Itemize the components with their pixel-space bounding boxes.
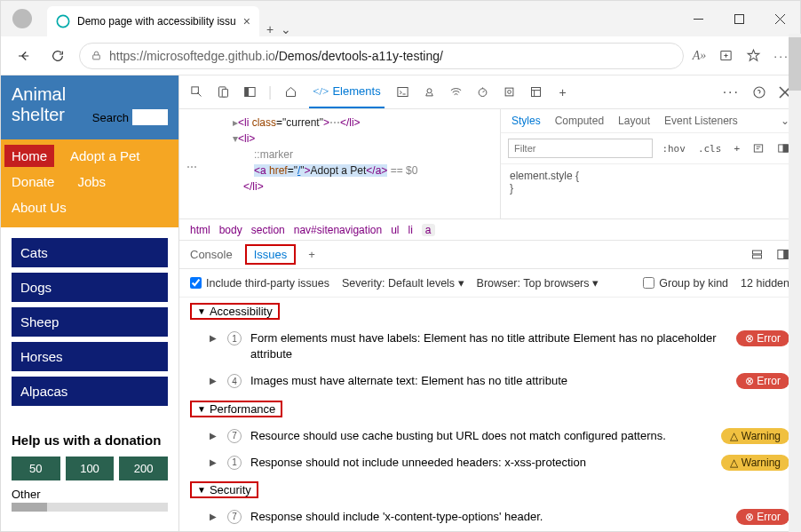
inspect-icon[interactable] [188,84,204,100]
browser-tab[interactable]: Demo page with accessibility issu × [47,6,259,36]
issue-category-header[interactable]: ▼ Security [179,476,800,504]
nav-link[interactable]: Home [4,145,54,167]
maximize-button[interactable] [718,1,759,36]
animal-link[interactable]: Dogs [12,273,168,302]
styles-more-icon[interactable] [749,140,768,156]
issues-toolbar: Include third-party issues Severity: Def… [179,269,800,298]
devtools-more-icon[interactable]: ··· [723,84,740,100]
breadcrumb-item[interactable]: html [190,224,210,236]
drawer-tabs: Console Issues + [179,241,800,269]
edge-favicon-icon [56,14,70,28]
hov-toggle[interactable]: :hov [658,141,689,156]
devtools-vertical-scrollbar[interactable] [789,34,801,532]
tab-add-icon[interactable]: + [555,84,571,100]
tab-strip: Demo page with accessibility issu × + ⌄ [44,1,678,36]
drawer-add-tab-icon[interactable]: + [308,248,315,261]
drawer-dock-icon[interactable] [776,248,789,261]
favorite-icon[interactable] [746,48,761,63]
dock-icon[interactable] [242,84,258,100]
url-path: /Demos/devtools-a11y-testing/ [275,49,443,63]
issue-row[interactable]: ▶7Resource should use cache busting but … [179,423,800,449]
issue-row[interactable]: ▶7Response should include 'x-content-typ… [179,504,800,530]
breadcrumb-item[interactable]: ul [391,224,399,236]
close-window-button[interactable] [759,1,800,36]
tab-actions-button[interactable]: ⌄ [281,22,291,36]
donation-amount-button[interactable]: 200 [119,457,168,480]
include-third-party-checkbox[interactable]: Include third-party issues [190,277,329,290]
styles-subtab[interactable]: Layout [618,115,650,127]
svg-rect-2 [734,14,743,23]
svg-rect-5 [93,55,100,60]
devtools-help-icon[interactable] [752,85,766,99]
gutter-more-icon[interactable]: ⋯ [186,159,197,175]
tab-network-icon[interactable] [448,84,464,100]
dom-tree[interactable]: ⋯ ▸<li class="current">⋯</li> ▾<li> ::ma… [179,109,500,218]
styles-filter-input[interactable] [508,139,653,158]
tab-performance-icon[interactable] [475,84,491,100]
collections-icon[interactable] [718,48,734,63]
tab-sources-icon[interactable] [422,84,438,100]
close-tab-icon[interactable]: × [243,14,250,28]
issue-row[interactable]: ▶7The 'Expires' header should not be use… [179,530,800,531]
search-label: Search [92,111,129,124]
breadcrumb-item[interactable]: li [408,224,412,236]
issue-row[interactable]: ▶1Form elements must have labels: Elemen… [179,325,800,368]
cls-toggle[interactable]: .cls [694,141,726,156]
tab-application-icon[interactable] [528,84,544,100]
tab-console-icon[interactable] [395,84,411,100]
svg-rect-11 [244,88,248,97]
donation-amount-button[interactable]: 100 [66,457,115,480]
issue-row[interactable]: ▶4Images must have alternate text: Eleme… [179,368,800,394]
issue-category-header[interactable]: ▼ Accessibility [179,298,800,325]
breadcrumb-item[interactable]: section [251,224,285,236]
issue-category-header[interactable]: ▼ Performance [179,395,800,423]
animal-link[interactable]: Horses [12,342,168,371]
styles-pane: StylesComputedLayoutEvent Listeners⌄ :ho… [500,109,800,218]
styles-code[interactable]: element.style { } [501,164,800,200]
breadcrumb-item[interactable]: a [422,224,435,236]
dom-breadcrumb[interactable]: htmlbodysectionnav#sitenavigationullia [179,219,800,241]
nav-link[interactable]: About Us [4,196,74,218]
donation-amount-button[interactable]: 50 [12,457,60,480]
url-input[interactable]: https://microsoftedge.github.io/Demos/de… [79,43,684,69]
svg-rect-15 [505,88,513,96]
nav-link[interactable]: Jobs [70,171,113,193]
breadcrumb-item[interactable]: body [219,224,242,236]
animal-link[interactable]: Cats [12,238,168,267]
horizontal-scrollbar[interactable] [12,503,168,512]
styles-subtab[interactable]: Styles [512,115,541,127]
nav-link[interactable]: Adopt a Pet [63,145,147,167]
profile-button[interactable] [1,1,44,36]
severity-select[interactable]: Default levels ▾ [388,277,464,290]
window-titlebar: Demo page with accessibility issu × + ⌄ [1,1,800,36]
svg-point-13 [427,89,432,93]
device-toggle-icon[interactable] [215,84,231,100]
reload-button[interactable] [45,44,70,68]
group-by-kind-checkbox[interactable]: Group by kind [643,277,728,290]
read-aloud-icon[interactable]: A» [693,49,707,63]
browser-select[interactable]: Top browsers ▾ [523,277,599,290]
breadcrumb-item[interactable]: nav#sitenavigation [294,224,382,236]
svg-rect-12 [398,88,408,97]
drawer-expand-icon[interactable] [750,248,764,261]
issue-row[interactable]: ▶1Response should not include unneeded h… [179,449,800,476]
welcome-icon[interactable] [282,84,298,100]
lock-icon [91,50,102,61]
new-tab-button[interactable]: + [266,22,274,36]
hidden-count[interactable]: 12 hidden [741,277,789,290]
more-icon[interactable]: ··· [773,49,789,63]
new-rule-icon[interactable]: + [730,141,743,156]
tab-elements[interactable]: </>Elements [309,75,384,108]
back-button[interactable] [12,44,36,68]
styles-subtab[interactable]: Event Listeners [664,115,738,127]
animal-link[interactable]: Sheep [12,307,168,337]
svg-point-16 [508,91,512,94]
minimize-button[interactable] [678,1,718,36]
nav-link[interactable]: Donate [4,171,61,193]
drawer-tab-console[interactable]: Console [190,248,233,261]
drawer-tab-issues[interactable]: Issues [245,244,297,265]
animal-link[interactable]: Alpacas [12,377,168,406]
tab-memory-icon[interactable] [502,84,518,100]
search-input[interactable] [132,109,168,125]
styles-subtab[interactable]: Computed [555,115,604,127]
